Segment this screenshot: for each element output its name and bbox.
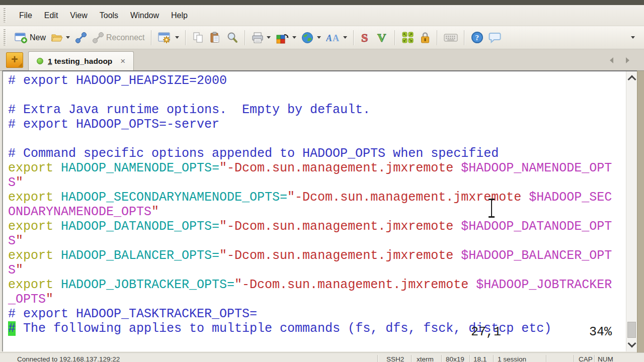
- terminal-line: export HADOOP_SECONDARYNAMENODE_OPTS="-D…: [8, 190, 626, 205]
- code-segment: "-Dcom.sun.management.jmxremote: [234, 278, 476, 292]
- new-session-label: New: [30, 33, 46, 42]
- mouse-ibeam-cursor: [487, 199, 496, 218]
- code-segment: HADOOP_NAMENODE_OPTS=: [61, 161, 219, 175]
- lock-button[interactable]: [417, 30, 433, 46]
- reconnect-label: Reconnect: [106, 33, 145, 42]
- connect-icon: [75, 32, 87, 44]
- open-session-button[interactable]: [48, 31, 72, 44]
- code-segment: "-Dcom.sun.management.jmxremote: [219, 219, 461, 234]
- code-segment: ": [16, 175, 23, 190]
- status-bar: Connected to 192.168.137.129:22 SSH2 xte…: [0, 352, 644, 362]
- web-browser-caret-icon: [317, 36, 321, 39]
- securecrt-window: { "chrome": { "menu_items": ["File", "Ed…: [0, 0, 644, 362]
- find-button[interactable]: [224, 30, 241, 45]
- help-button[interactable]: ?: [468, 30, 486, 45]
- menu-edit[interactable]: Edit: [38, 8, 64, 23]
- copy-icon: [192, 32, 204, 44]
- globe-icon: [301, 32, 314, 44]
- svg-text:A: A: [326, 33, 332, 43]
- session-options-caret-icon: [175, 36, 179, 39]
- tab-number: 1: [48, 57, 52, 65]
- statusbar-separator: [377, 355, 378, 362]
- code-segment: export: [8, 190, 61, 205]
- color-scheme-icon: [276, 32, 289, 44]
- scroll-up-arrow-icon[interactable]: [628, 75, 636, 84]
- code-segment: # export HADOOP_TASKTRACKER_OPTS=: [8, 307, 257, 321]
- reconnect-button[interactable]: Reconnect: [90, 30, 147, 45]
- menu-help[interactable]: Help: [165, 8, 194, 23]
- new-session-icon: [15, 32, 28, 43]
- open-session-caret-icon: [66, 36, 70, 39]
- scrollbar-thumb[interactable]: [627, 322, 636, 338]
- plus-fold-decoration: [18, 63, 22, 67]
- protocol-indicator: SSH2: [386, 353, 404, 362]
- terminal[interactable]: # export HADOOP_HEAPSIZE=2000 # Extra Ja…: [2, 70, 637, 351]
- tab-title: testing_hadoop: [52, 57, 113, 65]
- terminal-line: # Command specific options appended to H…: [8, 146, 626, 161]
- statusbar-separator: [574, 355, 574, 362]
- statusbar-separator: [441, 355, 442, 362]
- code-segment: "-Dcom.sun.management.jmxremote: [219, 248, 461, 263]
- menubar-grip[interactable]: [4, 8, 6, 23]
- paste-icon: [209, 32, 221, 44]
- tab-bar: + 1 testing_hadoop ×: [0, 49, 644, 71]
- keyboard-icon: [444, 33, 458, 43]
- ibeam-bar: [491, 200, 492, 217]
- vertical-scrollbar[interactable]: [626, 71, 637, 351]
- session-options-button[interactable]: [155, 30, 182, 45]
- tab-close-button[interactable]: ×: [120, 57, 125, 65]
- svg-text:A: A: [333, 33, 339, 43]
- code-segment: ": [16, 234, 23, 248]
- session-tab[interactable]: 1 testing_hadoop ×: [28, 51, 134, 70]
- code-segment: export: [8, 278, 61, 292]
- terminal-line: _OPTS": [8, 292, 626, 307]
- connection-status: Connected to 192.168.137.129:22: [17, 353, 120, 362]
- color-scheme-button[interactable]: [273, 30, 299, 45]
- code-segment: HADOOP_DATANODE_OPTS=: [61, 219, 219, 234]
- web-browser-button[interactable]: [299, 30, 324, 45]
- lock-icon: [420, 31, 431, 44]
- menu-tools[interactable]: Tools: [94, 8, 124, 23]
- terminal-line: export HADOOP_NAMENODE_OPTS="-Dcom.sun.m…: [8, 161, 626, 175]
- toolbar-grip[interactable]: [4, 29, 6, 46]
- tab-scroll-left-icon[interactable]: [610, 57, 613, 63]
- code-segment: $HADOOP_BALANCER_OPT: [461, 248, 612, 263]
- font-button[interactable]: AA: [324, 31, 350, 45]
- keymap-button[interactable]: [441, 31, 460, 44]
- copy-button[interactable]: [190, 30, 207, 45]
- new-tab-button[interactable]: +: [6, 52, 23, 68]
- code-segment: # Extra Java runtime options. Empty by d…: [8, 103, 370, 117]
- menu-window[interactable]: Window: [124, 8, 165, 23]
- print-caret-icon: [267, 36, 271, 39]
- svg-text:V: V: [377, 31, 386, 44]
- code-segment: _OPTS: [8, 292, 46, 307]
- code-segment: S: [8, 175, 16, 190]
- quick-connect-button[interactable]: [72, 30, 90, 45]
- cursor-indicator: 18,1: [473, 353, 487, 362]
- session-count-indicator: 1 session: [498, 353, 526, 362]
- tab-scroll-right-icon[interactable]: [626, 57, 629, 63]
- disconnect-button[interactable]: S: [358, 30, 374, 46]
- connected-status-icon: [37, 58, 43, 64]
- reconnect-icon: [92, 32, 104, 44]
- print-button[interactable]: [249, 30, 273, 45]
- toolbar-separator: [353, 30, 354, 45]
- code-segment: $HADOOP_JOBTRACKER: [476, 278, 612, 292]
- paste-button[interactable]: [207, 30, 224, 45]
- fullscreen-button[interactable]: [399, 30, 417, 46]
- font-caret-icon: [343, 36, 347, 39]
- script-button[interactable]: V: [374, 30, 391, 46]
- toolbar-separator: [245, 30, 246, 45]
- menu-file[interactable]: File: [13, 8, 38, 23]
- terminal-content: # export HADOOP_HEAPSIZE=2000 # Extra Ja…: [8, 73, 626, 351]
- window-right-border: [637, 49, 644, 362]
- code-segment: S: [8, 263, 16, 278]
- cursor-position: 27,1: [471, 325, 501, 339]
- feedback-button[interactable]: [486, 30, 504, 45]
- scroll-down-arrow-icon[interactable]: [628, 339, 636, 348]
- menu-view[interactable]: View: [64, 8, 93, 23]
- new-session-button[interactable]: New: [12, 31, 48, 45]
- caps-lock-indicator: CAP: [579, 353, 593, 362]
- toolbar-overflow-caret-icon[interactable]: [631, 36, 635, 39]
- code-segment: export: [8, 219, 61, 234]
